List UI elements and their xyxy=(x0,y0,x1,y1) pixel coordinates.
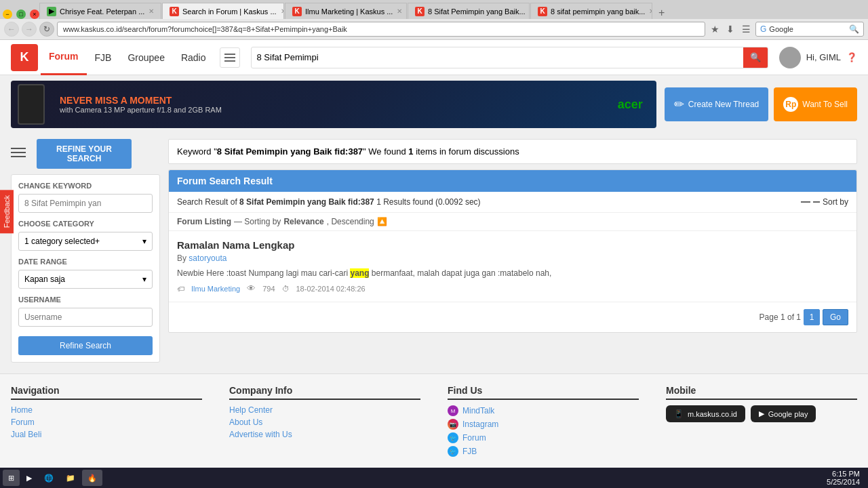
user-area: Hi, GIML ❓ xyxy=(779,47,857,68)
refresh-button[interactable]: ↻ xyxy=(39,22,54,37)
google-play-icon: ▶ xyxy=(759,409,764,418)
create-thread-label: Create New Thread xyxy=(688,100,760,109)
tab-4-close[interactable]: ✕ xyxy=(649,7,652,15)
tab-4[interactable]: K 8 sifat pemimpin yang baik... ✕ xyxy=(530,3,652,19)
nav-links: Forum FJB Groupee Radio xyxy=(41,40,214,75)
create-thread-icon: ✏ xyxy=(674,97,684,112)
search-results-header: Forum Search Result xyxy=(169,170,856,192)
back-button[interactable]: ← xyxy=(4,22,19,37)
sort-by-button[interactable]: Sort by xyxy=(801,197,848,207)
nav-radio[interactable]: Radio xyxy=(173,40,214,75)
fjb-link[interactable]: 🐦 FJB xyxy=(448,446,639,457)
taskbar-browser[interactable]: 🔥 xyxy=(82,470,102,486)
mobile-site-button[interactable]: 📱 m.kaskus.co.id xyxy=(666,405,745,422)
nav-forum[interactable]: Forum xyxy=(41,40,87,75)
page-1-label: 1 xyxy=(810,312,814,322)
google-play-label: Google play xyxy=(768,410,808,418)
date-dropdown[interactable]: Kapan saja ▾ xyxy=(18,270,153,289)
refine-search-top-button[interactable]: REFINE YOUR SEARCH xyxy=(37,139,132,169)
date-label: DATE RANGE xyxy=(18,258,153,266)
taskbar-start[interactable]: ⊞ xyxy=(3,470,20,486)
taskbar-ie[interactable]: 🌐 xyxy=(39,470,59,486)
want-to-sell-button[interactable]: Rp Want To Sell xyxy=(774,87,857,121)
help-icon[interactable]: ❓ xyxy=(846,52,857,62)
tab-3[interactable]: K 8 Sifat Pemimpin yang Baik... ✕ xyxy=(408,3,530,19)
tab-0-close[interactable]: ✕ xyxy=(149,7,154,15)
site-search-button[interactable]: 🔍 xyxy=(743,47,768,68)
tab-2-close[interactable]: ✕ xyxy=(397,7,402,15)
username-label: USERNAME xyxy=(18,296,153,304)
maximize-button[interactable]: □ xyxy=(16,9,26,19)
mindtalk-link[interactable]: M MindTalk xyxy=(448,405,639,416)
tab-0[interactable]: ▶ Chrisye Feat. Peterpan ... ✕ xyxy=(39,3,161,19)
mindtalk-icon: M xyxy=(448,405,458,416)
snippet-highlight: yang xyxy=(350,268,369,278)
nav-fjb[interactable]: FJB xyxy=(87,40,120,75)
search-query-bold: 8 Sifat Pemimpin yang Baik fid:387 xyxy=(239,197,376,207)
minimize-button[interactable]: − xyxy=(3,9,12,19)
tab-1-close[interactable]: ✕ xyxy=(281,7,284,15)
site-search-input[interactable] xyxy=(252,52,743,62)
menu-icon[interactable]: ☰ xyxy=(739,22,753,36)
keyword-label: CHANGE KEYWORD xyxy=(18,182,153,190)
sort-direction-icon[interactable]: 🔼 xyxy=(377,217,387,226)
date-display: 5/25/2014 xyxy=(827,478,860,486)
banner-area: NEVER MISS A MOMENT with Camera 13 MP ap… xyxy=(0,75,868,134)
new-tab-button[interactable]: + xyxy=(653,7,670,19)
listing-text: Forum Listing xyxy=(177,217,231,226)
kaskus-logo[interactable]: K xyxy=(11,44,38,71)
eye-icon: 👁 xyxy=(247,283,256,293)
browser-chrome: − □ × ▶ Chrisye Feat. Peterpan ... ✕ K S… xyxy=(0,0,868,40)
footer-forum-link[interactable]: Forum xyxy=(11,418,202,427)
search-result-of-label: Search Result of xyxy=(177,197,237,207)
nav-groupee[interactable]: Groupee xyxy=(119,40,172,75)
taskbar-time: 6:15 PM 5/25/2014 xyxy=(827,470,865,486)
footer-jb-link[interactable]: Jual Beli xyxy=(11,430,202,439)
create-thread-button[interactable]: ✏ Create New Thread xyxy=(665,87,769,121)
taskbar-folder[interactable]: 📁 xyxy=(60,470,81,486)
footer-help-link[interactable]: Help Center xyxy=(229,405,420,415)
result-title[interactable]: Ramalan Nama Lengkap xyxy=(177,239,848,251)
footer-home-link[interactable]: Home xyxy=(11,405,202,415)
page-1-button[interactable]: 1 xyxy=(804,309,820,325)
go-button[interactable]: Go xyxy=(823,309,848,325)
nav-radio-label: Radio xyxy=(181,52,206,63)
instagram-link[interactable]: 📷 Instagram xyxy=(448,419,639,430)
footer-mobile-title: Mobile xyxy=(666,385,857,400)
site-search-bar[interactable]: 🔍 xyxy=(251,47,768,68)
taskbar-media[interactable]: ▶ xyxy=(21,470,37,486)
tab-2[interactable]: K Ilmu Marketing | Kaskus ... ✕ xyxy=(285,3,407,19)
left-hamburger-button[interactable] xyxy=(11,144,31,161)
google-play-button[interactable]: ▶ Google play xyxy=(751,405,816,422)
refine-search-label: Refine Search xyxy=(60,341,111,350)
download-icon[interactable]: ⬇ xyxy=(724,22,737,36)
address-input[interactable]: www.kaskus.co.id/search/forum?forumchoic… xyxy=(57,22,705,37)
result-tag[interactable]: Ilmu Marketing xyxy=(191,285,240,293)
pagination: Page 1 of 1 1 Go xyxy=(169,302,856,332)
author-prefix: By xyxy=(177,253,186,263)
footer-advertise-link[interactable]: Advertise with Us xyxy=(229,430,420,439)
forum-link[interactable]: 🐦 Forum xyxy=(448,432,639,443)
descending-text: , Descending xyxy=(327,217,374,226)
feedback-button[interactable]: Feedback xyxy=(0,190,14,233)
refine-search-button[interactable]: Refine Search xyxy=(18,336,153,355)
banner-text: NEVER MISS A MOMENT with Camera 13 MP ap… xyxy=(60,95,222,114)
username-input[interactable] xyxy=(18,308,153,327)
nav-forum-label: Forum xyxy=(49,51,79,62)
keyword-input[interactable] xyxy=(18,194,153,213)
close-button[interactable]: × xyxy=(30,9,39,19)
forward-button[interactable]: → xyxy=(22,22,37,37)
browser-search-input[interactable]: G Google 🔍 xyxy=(755,22,864,37)
action-buttons: ✏ Create New Thread Rp Want To Sell xyxy=(665,81,857,128)
tab-3-label: 8 Sifat Pemimpin yang Baik... xyxy=(428,7,526,16)
date-chevron-icon: ▾ xyxy=(142,274,146,284)
hamburger-menu-button[interactable] xyxy=(220,47,240,68)
tab-1[interactable]: K Search in Forum | Kaskus ... ✕ xyxy=(162,3,284,19)
instagram-label: Instagram xyxy=(462,420,498,429)
tag-icon: 🏷 xyxy=(177,285,184,293)
author-link[interactable]: satoryouta xyxy=(189,253,226,263)
category-dropdown[interactable]: 1 category selected+ ▾ xyxy=(18,232,153,251)
footer-about-link[interactable]: About Us xyxy=(229,418,420,427)
bookmark-icon[interactable]: ★ xyxy=(708,22,722,36)
clock-icon: ⏱ xyxy=(282,285,290,293)
